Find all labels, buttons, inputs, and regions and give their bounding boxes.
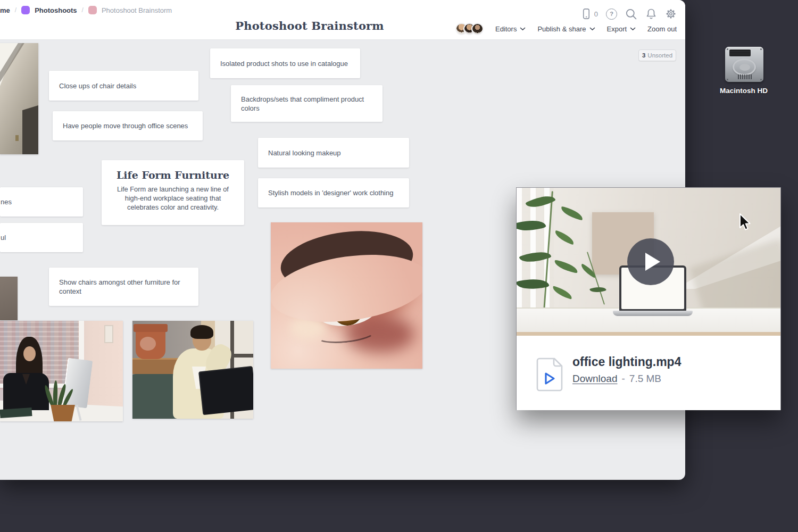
chevron-down-icon [520, 27, 526, 31]
unsorted-badge[interactable]: 3 Unsorted [638, 49, 676, 61]
decor [140, 337, 156, 351]
file-size: 7.5 MB [629, 373, 661, 385]
brown-material-photo[interactable] [0, 277, 18, 320]
download-link[interactable]: Download [572, 373, 618, 385]
decor [190, 325, 213, 339]
desktop: me / Photoshoots / Photoshoot Brainstorm… [0, 0, 798, 532]
export-menu[interactable]: Export [607, 25, 636, 33]
decor [198, 366, 253, 415]
zoom-out-button[interactable]: Zoom out [647, 25, 677, 33]
breadcrumb: me / Photoshoots / Photoshoot Brainstorm [0, 5, 172, 15]
editor-avatars[interactable] [455, 23, 484, 35]
decor [553, 230, 576, 245]
note-card-clipped[interactable]: nes [0, 187, 83, 217]
decor [104, 325, 113, 343]
title-card-heading: Life Form Furniture [117, 171, 229, 180]
decor [760, 79, 762, 80]
video-file-card[interactable]: office lighting.mp4 Download - 7.5 MB [516, 187, 781, 410]
avatar [471, 23, 484, 35]
note-card[interactable]: Close ups of chair details [49, 71, 198, 101]
video-info-section: office lighting.mp4 Download - 7.5 MB [517, 336, 780, 410]
macintosh-hd-icon[interactable] [725, 47, 763, 82]
play-icon [645, 253, 660, 271]
help-icon[interactable]: ? [606, 9, 617, 20]
brainstorm-board-icon[interactable] [88, 6, 97, 14]
photoshoots-board-icon[interactable] [21, 6, 30, 14]
title-card[interactable]: Life Form Furniture Life Form are launch… [102, 160, 244, 225]
decor [560, 206, 585, 221]
note-card[interactable]: Backdrops/sets that compliment product c… [231, 85, 383, 122]
decor [134, 324, 168, 332]
laptop-decor [613, 311, 693, 316]
macintosh-hd-label[interactable]: Macintosh HD [712, 87, 776, 95]
breadcrumb-current: Photoshoot Brainstorm [102, 6, 172, 14]
concrete-interior-photo[interactable] [0, 43, 38, 154]
decor [22, 105, 38, 154]
decor [553, 260, 579, 273]
decor [760, 48, 762, 50]
decor [739, 64, 750, 71]
note-card-clipped[interactable]: ul [0, 223, 83, 252]
decor [738, 74, 752, 79]
note-card[interactable]: Isolated product shots to use in catalog… [210, 48, 360, 78]
breadcrumb-home-partial[interactable]: me [0, 6, 10, 14]
note-card[interactable]: Stylish models in 'designer' work clothi… [258, 178, 409, 207]
decor [517, 332, 780, 336]
video-filename: office lighting.mp4 [572, 355, 681, 369]
woman-at-desk-photo[interactable] [0, 321, 123, 421]
breadcrumb-separator: / [15, 6, 16, 14]
video-file-icon [536, 358, 563, 392]
device-count: 0 [594, 10, 598, 18]
man-with-laptop-photo[interactable] [132, 321, 253, 419]
note-card[interactable]: Show chairs amongst other furniture for … [49, 268, 198, 306]
breadcrumb-photoshoots[interactable]: Photoshoots [35, 6, 77, 14]
chevron-down-icon [630, 27, 636, 31]
bell-icon[interactable] [645, 8, 657, 20]
note-card[interactable]: Have people move through office scenes [53, 111, 203, 140]
gear-icon[interactable] [665, 8, 677, 20]
header-actions: Editors Publish & share Export Zoom out [452, 21, 677, 36]
chevron-down-icon [589, 27, 595, 31]
decor [15, 135, 19, 141]
breadcrumb-separator: / [82, 6, 84, 14]
play-button[interactable] [627, 238, 674, 285]
device-icon[interactable] [580, 8, 592, 20]
file-separator: - [622, 373, 625, 385]
video-thumbnail[interactable] [517, 188, 780, 336]
mouse-pointer-icon [739, 213, 753, 232]
decor [727, 79, 728, 80]
app-header: me / Photoshoots / Photoshoot Brainstorm… [0, 0, 685, 40]
decor [729, 49, 751, 56]
decor [23, 346, 36, 361]
note-card[interactable]: Natural looking makeup [258, 138, 409, 168]
video-meta-line: Download - 7.5 MB [572, 373, 661, 385]
decor [727, 48, 728, 50]
search-icon[interactable] [625, 8, 637, 20]
publish-share-menu[interactable]: Publish & share [537, 25, 595, 33]
editors-menu[interactable]: Editors [495, 25, 526, 33]
title-card-body: Life Form are launching a new line of hi… [111, 185, 235, 212]
decor [551, 286, 573, 300]
eye-makeup-photo[interactable] [271, 222, 422, 369]
